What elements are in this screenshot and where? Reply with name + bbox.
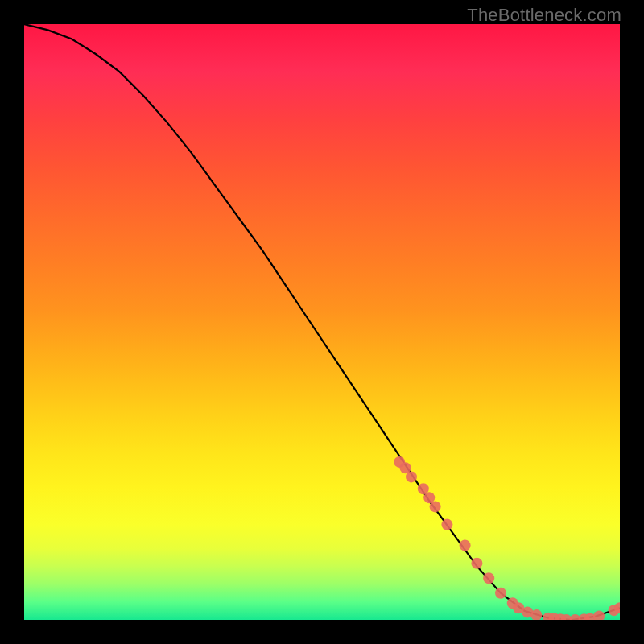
curve-line-group <box>24 24 620 620</box>
curve-line <box>24 24 620 620</box>
curve-marker <box>483 572 494 584</box>
curve-markers-group <box>394 456 620 620</box>
chart-svg <box>24 24 620 620</box>
curve-marker <box>406 471 417 482</box>
chart-frame: TheBottleneck.com <box>0 0 644 644</box>
curve-marker <box>460 540 471 551</box>
curve-marker <box>430 501 441 512</box>
watermark-text: TheBottleneck.com <box>467 5 621 26</box>
curve-marker <box>471 558 482 569</box>
curve-marker <box>495 588 506 599</box>
plot-area <box>24 24 620 620</box>
curve-marker <box>441 519 452 530</box>
curve-marker <box>593 611 605 620</box>
